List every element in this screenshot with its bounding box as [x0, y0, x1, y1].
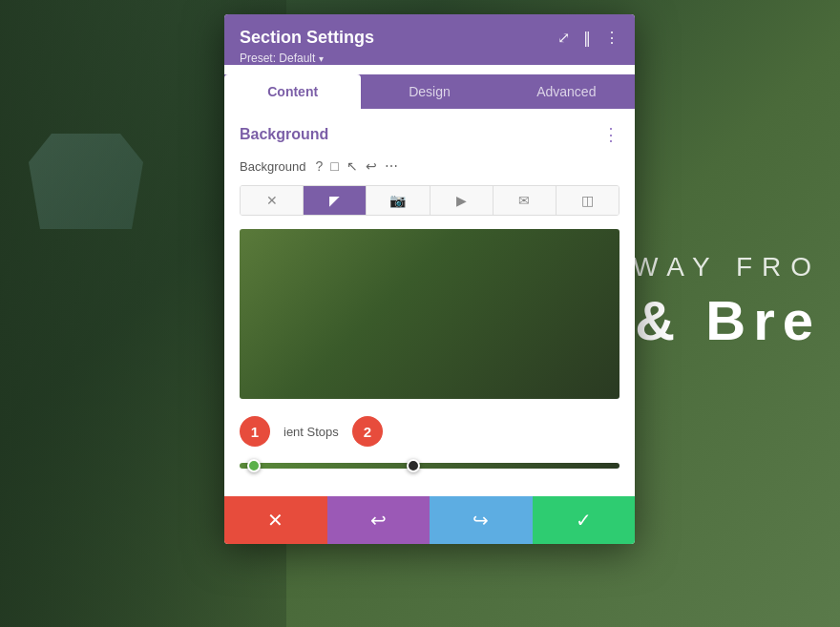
bg-clear-icon: ✕	[266, 193, 278, 208]
panel-tabs: Content Design Advanced	[224, 74, 635, 109]
panel-header: Section Settings ⤢ ‖ ⋮ Preset: Default ▾	[224, 14, 635, 65]
more-small-icon[interactable]: ⋯	[385, 158, 398, 174]
gradient-stops-row: 1 ient Stops 2	[240, 416, 620, 447]
gradient-slider[interactable]	[240, 458, 620, 473]
tab-advanced[interactable]: Advanced	[498, 74, 635, 109]
expand-icon[interactable]: ⤢	[557, 29, 570, 47]
redo-icon: ↪	[472, 509, 489, 532]
tab-design[interactable]: Design	[361, 74, 497, 109]
undo-icon: ↩	[370, 509, 387, 532]
panel-title: Section Settings	[240, 28, 374, 48]
section-menu-icon[interactable]: ⋮	[602, 124, 620, 145]
bg-image-icon: 📷	[389, 193, 406, 208]
slider-thumb-dark[interactable]	[407, 459, 420, 472]
undo-button[interactable]: ↩	[327, 496, 430, 544]
bg-type-clear[interactable]: ✕	[241, 186, 304, 215]
section-settings-panel: Section Settings ⤢ ‖ ⋮ Preset: Default ▾…	[224, 14, 635, 544]
background-type-selector: ✕ ◤ 📷 ▶ ✉ ◫	[240, 185, 620, 216]
device-icon[interactable]: □	[330, 158, 338, 174]
undo-small-icon[interactable]: ↩	[366, 158, 377, 174]
confirm-icon: ✓	[576, 509, 592, 532]
background-icon-group: ? □ ↖ ↩ ⋯	[315, 158, 397, 174]
gradient-stops-label: ient Stops	[284, 425, 339, 439]
panel-header-icons: ⤢ ‖ ⋮	[557, 29, 620, 47]
slider-thumb-green[interactable]	[247, 459, 261, 472]
tab-content[interactable]: Content	[224, 74, 361, 109]
preset-label: Preset: Default	[240, 52, 315, 65]
panel-body: Background ⋮ Background ? □ ↖ ↩ ⋯ ✕ ◤ 📷	[224, 109, 635, 496]
pointer-icon[interactable]: ↖	[346, 158, 358, 174]
bg-type-video[interactable]: ▶	[430, 186, 494, 215]
bg-type-pattern[interactable]: ✉	[494, 186, 556, 215]
redo-button[interactable]: ↪	[430, 496, 533, 544]
panel-preset[interactable]: Preset: Default ▾	[240, 52, 620, 65]
preset-arrow-icon: ▾	[319, 53, 324, 64]
bg-gradient-icon: ◤	[329, 193, 340, 208]
gradient-preview[interactable]	[240, 229, 620, 399]
background-section-title: Background	[240, 126, 328, 143]
columns-icon[interactable]: ‖	[583, 29, 591, 47]
cancel-button[interactable]: ✕	[224, 496, 327, 544]
gradient-slider-track	[240, 463, 620, 469]
panel-header-top: Section Settings ⤢ ‖ ⋮	[240, 28, 620, 48]
bg-type-mask[interactable]: ◫	[556, 186, 619, 215]
confirm-button[interactable]: ✓	[533, 496, 636, 544]
panel-footer: ✕ ↩ ↪ ✓	[224, 496, 635, 544]
cancel-icon: ✕	[267, 509, 284, 532]
bg-type-image[interactable]: 📷	[367, 186, 430, 215]
gradient-stop-2-badge[interactable]: 2	[352, 416, 383, 447]
background-section-header: Background ⋮	[240, 124, 620, 145]
help-icon[interactable]: ?	[315, 158, 323, 174]
background-label: Background	[240, 159, 305, 174]
bg-mask-icon: ◫	[581, 193, 594, 208]
bg-pattern-icon: ✉	[518, 193, 530, 208]
background-controls-row: Background ? □ ↖ ↩ ⋯	[240, 158, 620, 174]
bg-type-gradient[interactable]: ◤	[304, 186, 367, 215]
bg-stone-decoration	[29, 134, 143, 229]
more-options-icon[interactable]: ⋮	[604, 29, 620, 47]
bg-video-icon: ▶	[456, 193, 467, 208]
gradient-stop-1-badge[interactable]: 1	[240, 416, 270, 447]
